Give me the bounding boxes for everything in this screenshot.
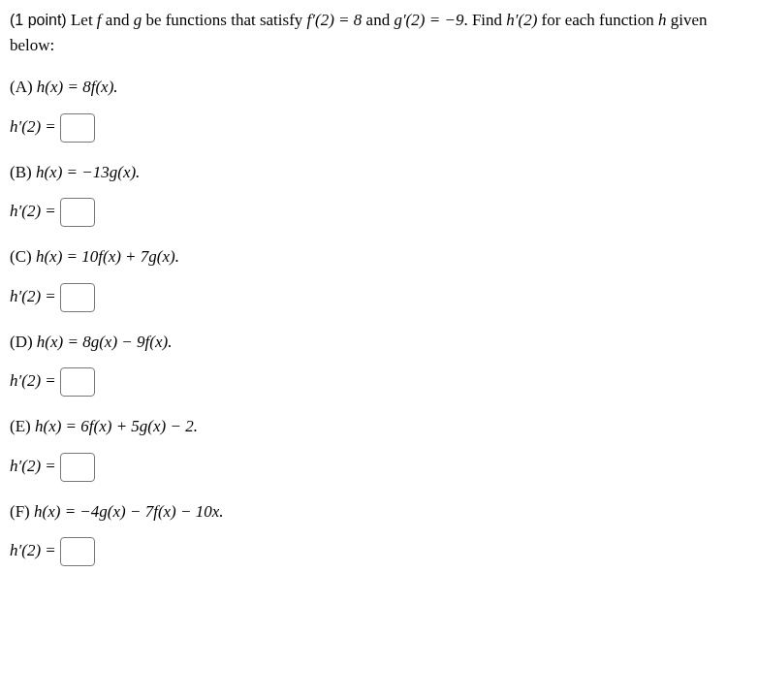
answer-input-b[interactable] xyxy=(60,198,95,227)
part-b: (B) h(x) = −13g(x). xyxy=(10,160,748,185)
answer-input-f[interactable] xyxy=(60,537,95,566)
intro-and: and xyxy=(102,11,134,29)
part-e: (E) h(x) = 6f(x) + 5g(x) − 2. xyxy=(10,414,748,439)
intro-hprime: h′(2) xyxy=(506,11,537,29)
part-b-label: (B) xyxy=(10,163,36,181)
intro-g: g xyxy=(134,11,142,29)
intro-fprime: f′(2) = 8 xyxy=(307,11,363,29)
intro-gprime: g′(2) = −9 xyxy=(394,11,463,29)
answer-prefix-e: h′(2) = xyxy=(10,456,56,474)
answer-row-c: h′(2) = xyxy=(10,283,748,312)
part-d: (D) h(x) = 8g(x) − 9f(x). xyxy=(10,330,748,355)
answer-input-a[interactable] xyxy=(60,113,95,143)
part-a-expr: h(x) = 8f(x). xyxy=(37,78,118,96)
intro-text-2: be functions that satisfy xyxy=(142,11,306,29)
problem-intro: (1 point) Let f and g be functions that … xyxy=(10,8,748,57)
intro-text-3: . Find xyxy=(463,11,506,29)
answer-prefix-a: h′(2) = xyxy=(10,116,56,135)
part-f: (F) h(x) = −4g(x) − 7f(x) − 10x. xyxy=(10,499,748,525)
part-c-expr: h(x) = 10f(x) + 7g(x). xyxy=(36,247,179,266)
part-e-expr: h(x) = 6f(x) + 5g(x) − 2. xyxy=(35,417,198,435)
answer-prefix-d: h′(2) = xyxy=(10,371,56,390)
answer-input-d[interactable] xyxy=(60,367,95,397)
part-b-expr: h(x) = −13g(x). xyxy=(36,163,140,181)
part-a: (A) h(x) = 8f(x). xyxy=(10,75,748,100)
answer-input-e[interactable] xyxy=(60,453,95,482)
answer-prefix-f: h′(2) = xyxy=(10,541,56,559)
part-a-label: (A) xyxy=(10,78,37,96)
part-c-label: (C) xyxy=(10,247,36,266)
part-c: (C) h(x) = 10f(x) + 7g(x). xyxy=(10,244,748,270)
answer-prefix-b: h′(2) = xyxy=(10,202,56,220)
answer-row-f: h′(2) = xyxy=(10,537,748,566)
part-f-expr: h(x) = −4g(x) − 7f(x) − 10x. xyxy=(34,502,224,521)
answer-row-d: h′(2) = xyxy=(10,367,748,397)
intro-text-4: for each function xyxy=(537,11,658,29)
intro-text-1: Let xyxy=(67,11,97,29)
answer-row-a: h′(2) = xyxy=(10,113,748,143)
answer-input-c[interactable] xyxy=(60,283,95,312)
part-d-label: (D) xyxy=(10,333,37,351)
answer-row-e: h′(2) = xyxy=(10,453,748,482)
answer-row-b: h′(2) = xyxy=(10,198,748,227)
part-d-expr: h(x) = 8g(x) − 9f(x). xyxy=(37,333,173,351)
part-f-label: (F) xyxy=(10,502,34,521)
part-e-label: (E) xyxy=(10,417,35,435)
answer-prefix-c: h′(2) = xyxy=(10,286,56,304)
intro-and2: and xyxy=(362,11,394,29)
points-label: (1 point) xyxy=(10,12,67,28)
